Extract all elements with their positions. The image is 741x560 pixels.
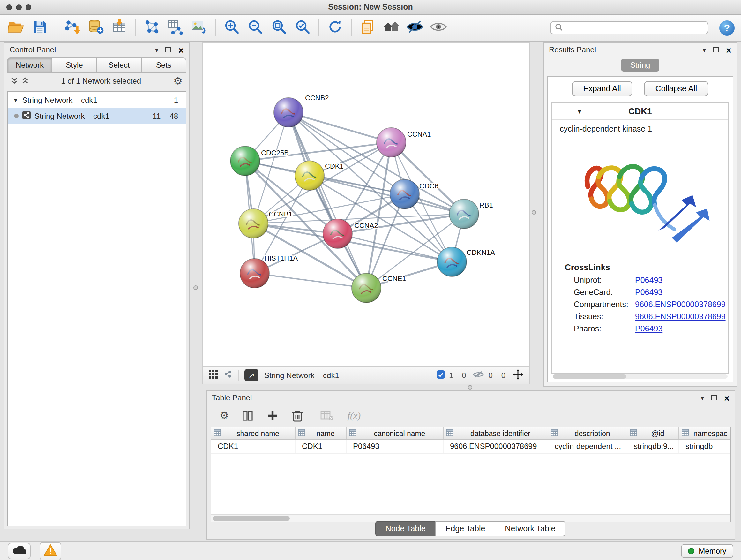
table-row[interactable]: CDK1CDK1P064939606.ENSP00000378699cyclin… <box>211 440 730 454</box>
table-horizontal-scrollbar[interactable] <box>211 514 730 522</box>
window-minimize-button[interactable] <box>16 4 22 10</box>
save-session-button[interactable] <box>30 18 49 37</box>
network-row-selected[interactable]: String Network – cdk1 11 48 <box>8 108 186 124</box>
node-CCNA1[interactable] <box>377 128 406 157</box>
help-button[interactable]: ? <box>719 20 735 36</box>
network-graph[interactable]: CCNB2CCNA1CDC25BCDK1CDC6RB1CCNB1CCNA2CDK… <box>203 43 529 366</box>
node-CCNA2[interactable] <box>323 219 352 248</box>
hidden-eye-slash-icon[interactable] <box>473 370 484 380</box>
collapse-tree-icon[interactable]: ▼ <box>13 97 18 103</box>
tab-edge-table[interactable]: Edge Table <box>435 521 495 537</box>
birds-eye-view-icon[interactable] <box>209 370 218 381</box>
import-network-file-button[interactable] <box>63 18 82 37</box>
scrollbar-thumb[interactable] <box>213 516 290 521</box>
tab-network-table[interactable]: Network Table <box>495 521 565 537</box>
expand-all-networks-icon[interactable] <box>11 76 18 86</box>
zoom-in-button[interactable] <box>222 18 241 37</box>
window-zoom-button[interactable] <box>25 4 31 10</box>
edge-CCNB2-CCNE1[interactable] <box>288 112 366 288</box>
column-header-database-identifier[interactable]: database identifier <box>444 427 548 439</box>
pan-crosshair-icon[interactable] <box>513 369 523 381</box>
float-panel-icon[interactable] <box>713 47 719 52</box>
collapse-all-button[interactable]: Collapse All <box>644 81 709 97</box>
table-cell[interactable]: CDK1 <box>295 440 347 453</box>
node-CDC6[interactable] <box>390 179 419 209</box>
crosslink-value-link[interactable]: P06493 <box>635 275 663 285</box>
node-RB1[interactable] <box>449 199 479 229</box>
left-splitter-handle[interactable] <box>193 286 198 290</box>
import-table-button[interactable] <box>110 18 129 37</box>
string-home-button[interactable] <box>382 18 401 37</box>
warnings-button[interactable] <box>40 542 61 560</box>
network-view[interactable]: CCNB2CCNA1CDC25BCDK1CDC6RB1CCNB1CCNA2CDK… <box>202 42 530 367</box>
results-scrollbar[interactable] <box>553 374 728 379</box>
delete-column-icon[interactable] <box>292 409 304 422</box>
zoom-selected-button[interactable] <box>293 18 312 37</box>
float-panel-icon[interactable] <box>711 395 717 400</box>
window-close-button[interactable] <box>6 4 12 10</box>
network-collection-row[interactable]: ▼ String Network – cdk1 1 <box>8 92 186 108</box>
column-header-namespac[interactable]: namespac <box>679 427 731 439</box>
table-cell[interactable]: P06493 <box>347 440 444 453</box>
crosslink-value-link[interactable]: P06493 <box>635 324 663 333</box>
node-CDC25B[interactable] <box>230 146 260 176</box>
close-panel-icon[interactable]: × <box>724 393 730 402</box>
cloud-status-button[interactable] <box>8 543 30 559</box>
tab-style[interactable]: Style <box>52 57 97 73</box>
clone-network-button[interactable] <box>358 18 377 37</box>
column-header--id[interactable]: @id <box>627 427 679 439</box>
edge-HIST1H1A-CCNE1[interactable] <box>255 273 366 288</box>
table-cell[interactable]: cyclin-dependent ... <box>548 440 627 453</box>
tab-network[interactable]: Network <box>7 57 52 73</box>
network-share-icon[interactable] <box>223 370 232 381</box>
float-panel-icon[interactable] <box>165 47 171 52</box>
crosslink-value-link[interactable]: 9606.ENSP00000378699 <box>635 300 726 309</box>
hide-glass-button[interactable] <box>405 18 424 37</box>
node-CDK1[interactable] <box>295 161 324 190</box>
right-splitter-handle[interactable] <box>532 210 536 214</box>
expand-all-button[interactable]: Expand All <box>572 81 632 97</box>
tab-string[interactable]: String <box>621 59 659 71</box>
panel-menu-icon[interactable]: ▾ <box>702 46 706 53</box>
apply-layout-button[interactable] <box>326 18 345 37</box>
add-column-icon[interactable] <box>267 410 279 422</box>
table-cell[interactable]: stringdb:9... <box>627 440 679 453</box>
table-settings-gear-icon[interactable]: ⚙ <box>219 411 229 421</box>
column-header-name[interactable]: name <box>295 427 347 439</box>
close-panel-icon[interactable]: × <box>178 45 184 55</box>
node-CCNB1[interactable] <box>239 209 268 238</box>
column-header-shared-name[interactable]: shared name <box>211 427 295 439</box>
collapse-section-icon[interactable]: ▼ <box>576 108 583 115</box>
panel-menu-icon[interactable]: ▾ <box>700 394 704 401</box>
node-CCNE1[interactable] <box>352 273 381 303</box>
network-from-table-button[interactable] <box>166 18 185 37</box>
panel-menu-icon[interactable]: ▾ <box>155 46 158 53</box>
collapse-all-networks-icon[interactable] <box>22 76 29 86</box>
open-session-button[interactable] <box>6 18 25 37</box>
table-cell[interactable]: CDK1 <box>211 440 295 453</box>
results-scrollbar-thumb[interactable] <box>553 374 626 379</box>
table-cell[interactable]: 9606.ENSP00000378699 <box>444 440 548 453</box>
show-glass-button[interactable] <box>429 18 448 37</box>
edge-CCNB2-CCNA1[interactable] <box>288 112 391 142</box>
node-CDKN1A[interactable] <box>437 247 467 276</box>
tab-node-table[interactable]: Node Table <box>375 521 436 537</box>
close-panel-icon[interactable]: × <box>726 45 731 55</box>
tab-sets[interactable]: Sets <box>141 57 186 73</box>
node-CCNB2[interactable] <box>274 98 303 127</box>
crosslink-value-link[interactable]: 9606.ENSP00000378699 <box>635 312 726 321</box>
zoom-fit-button[interactable] <box>269 18 288 37</box>
memory-button[interactable]: Memory <box>681 544 733 558</box>
edge-CCNB2-CCNB1[interactable] <box>253 112 288 224</box>
zoom-out-button[interactable] <box>246 18 265 37</box>
bottom-splitter-handle[interactable] <box>468 385 472 389</box>
selected-checkbox-icon[interactable] <box>436 370 445 380</box>
new-network-button[interactable] <box>142 18 161 37</box>
search-input[interactable] <box>565 23 704 32</box>
show-columns-icon[interactable] <box>242 410 254 422</box>
table-cell[interactable]: stringdb <box>679 440 731 453</box>
import-network-database-button[interactable] <box>86 18 105 37</box>
export-image-button[interactable] <box>190 18 209 37</box>
column-header-description[interactable]: description <box>548 427 627 439</box>
crosslink-value-link[interactable]: P06493 <box>635 288 663 297</box>
